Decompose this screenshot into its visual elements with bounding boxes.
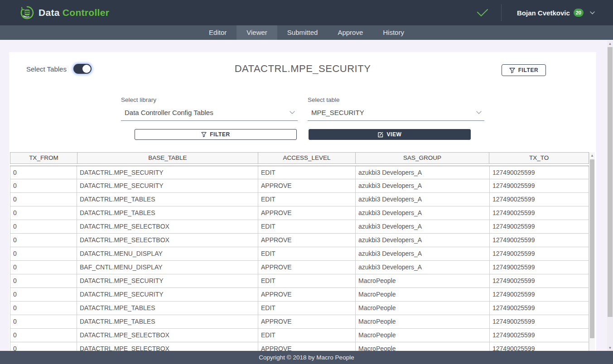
table-row[interactable]: 0DATACTRL.MPE_TABLESEDITMacroPeople12749… [10,302,589,315]
grid-cell[interactable]: azukbi3 Developers_A [356,220,490,233]
tab-submitted[interactable]: Submitted [277,25,328,40]
grid-cell[interactable]: APPROVE [258,315,356,328]
grid-cell[interactable]: MacroPeople [356,288,490,301]
grid-cell[interactable]: 0 [10,342,77,351]
grid-cell[interactable]: APPROVE [258,342,356,351]
grid-cell[interactable]: 0 [10,247,77,260]
chevron-down-icon[interactable] [590,11,595,14]
grid-cell[interactable]: 0 [10,315,77,328]
tab-editor[interactable]: Editor [199,25,237,40]
table-select[interactable]: MPE_SECURITY [308,107,484,121]
grid-cell[interactable]: 127490025599 [490,288,589,301]
grid-cell[interactable]: azukbi3 Developers_A [356,234,490,247]
table-row[interactable]: 0BAF_CNTL.MENU_DISPLAYAPPROVEazukbi3 Dev… [10,261,589,274]
grid-cell[interactable]: 127490025599 [490,206,589,220]
grid-cell[interactable]: BAF_CNTL.MENU_DISPLAY [77,261,258,274]
grid-cell[interactable]: azukbi3 Developers_A [356,206,490,220]
grid-cell[interactable]: 0 [10,206,77,220]
table-row[interactable]: 0DATACTRL.MPE_TABLESAPPROVEazukbi3 Devel… [10,206,589,220]
grid-cell[interactable]: 127490025599 [490,342,589,351]
grid-cell[interactable]: 127490025599 [490,261,589,274]
grid-cell[interactable]: DATACTRL.MPE_SELECTBOX [77,342,258,351]
grid-cell[interactable]: DATACTRL.MPE_TABLES [77,206,258,220]
grid-cell[interactable]: DATACTRL.MPE_TABLES [77,193,258,206]
table-row[interactable]: 0DATACTRL.MPE_SECURITYEDITMacroPeople127… [10,274,589,288]
grid-cell[interactable]: DATACTRL.MPE_SECURITY [77,179,258,192]
grid-cell[interactable]: 0 [10,234,77,247]
grid-cell[interactable]: EDIT [258,329,356,342]
grid-cell[interactable]: 0 [10,288,77,301]
grid-cell[interactable]: DATACTRL.MPE_TABLES [77,302,258,315]
user-menu[interactable]: Bojan Cvetkovic 20 [517,9,595,17]
grid-cell[interactable]: MacroPeople [356,302,490,315]
grid-cell[interactable]: 127490025599 [490,302,589,315]
grid-cell[interactable]: APPROVE [258,206,356,220]
table-row[interactable]: 0DATACTRL.MPE_TABLESAPPROVEMacroPeople12… [10,315,589,329]
scroll-up-icon[interactable]: ▲ [589,153,595,158]
grid-cell[interactable]: DATACTRL.MPE_TABLES [77,315,258,328]
grid-cell[interactable]: EDIT [258,220,356,233]
page-scrollbar-thumb[interactable] [608,47,613,317]
grid-column-header[interactable]: ACCESS_LEVEL [258,153,356,163]
table-scrollbar[interactable]: ▲ [589,152,595,351]
grid-cell[interactable]: azukbi3 Developers_A [356,247,490,260]
tab-approve[interactable]: Approve [328,25,373,40]
grid-cell[interactable]: EDIT [258,302,356,315]
grid-column-header[interactable]: BASE_TABLE [77,153,258,163]
grid-cell[interactable]: DATACTRL.MENU_DISPLAY [77,247,258,260]
grid-cell[interactable]: 127490025599 [490,179,589,192]
grid-cell[interactable]: azukbi3 Developers_A [356,193,490,206]
grid-cell[interactable]: 127490025599 [490,274,589,287]
grid-cell[interactable]: DATACTRL.MPE_SECURITY [77,288,258,301]
grid-cell[interactable]: MacroPeople [356,329,490,342]
grid-cell[interactable]: 0 [10,220,77,233]
table-row[interactable]: 0DATACTRL.MPE_SELECTBOXAPPROVEazukbi3 De… [10,234,589,247]
grid-cell[interactable]: 0 [10,193,77,206]
filter-action-button[interactable]: FILTER [135,129,297,140]
grid-cell[interactable]: 0 [10,302,77,315]
grid-cell[interactable]: EDIT [258,166,356,179]
grid-cell[interactable]: 0 [10,261,77,274]
tab-history[interactable]: History [373,25,414,40]
grid-cell[interactable]: EDIT [258,274,356,287]
grid-cell[interactable]: DATACTRL.MPE_SELECTBOX [77,329,258,342]
grid-column-header[interactable]: SAS_GROUP [356,153,490,163]
view-action-button[interactable]: VIEW [309,129,471,140]
table-row[interactable]: 0DATACTRL.MPE_SELECTBOXAPPROVEMacroPeopl… [10,342,589,351]
grid-cell[interactable]: 127490025599 [490,234,589,247]
grid-column-header[interactable]: TX_TO [489,153,589,163]
grid-cell[interactable]: 127490025599 [490,247,589,260]
grid-column-header[interactable]: TX_FROM [10,153,77,163]
table-row[interactable]: 0DATACTRL.MPE_SELECTBOXEDITazukbi3 Devel… [10,220,589,234]
grid-cell[interactable]: EDIT [258,193,356,206]
grid-cell[interactable]: APPROVE [258,288,356,301]
grid-cell[interactable]: 127490025599 [490,193,589,206]
grid-cell[interactable]: 127490025599 [490,220,589,233]
grid-cell[interactable]: 0 [10,166,77,179]
table-row[interactable]: 0DATACTRL.MPE_TABLESEDITazukbi3 Develope… [10,193,589,206]
grid-cell[interactable]: 0 [10,179,77,192]
grid-cell[interactable]: EDIT [258,247,356,260]
grid-cell[interactable]: azukbi3 Developers_A [356,179,490,192]
grid-cell[interactable]: APPROVE [258,261,356,274]
grid-cell[interactable]: APPROVE [258,179,356,192]
grid-cell[interactable]: 0 [10,329,77,342]
table-row[interactable]: 0DATACTRL.MPE_SECURITYEDITazukbi3 Develo… [10,166,589,179]
grid-cell[interactable]: 0 [10,274,77,287]
grid-cell[interactable]: APPROVE [258,234,356,247]
table-row[interactable]: 0DATACTRL.MENU_DISPLAYEDITazukbi3 Develo… [10,247,589,261]
table-scrollbar-thumb[interactable] [590,159,594,338]
grid-cell[interactable]: MacroPeople [356,342,490,351]
scroll-up-icon[interactable]: ▲ [607,42,613,46]
tab-viewer[interactable]: Viewer [237,25,277,40]
library-select[interactable]: Data Controller Config Tables [121,107,298,121]
grid-cell[interactable]: MacroPeople [356,274,490,287]
grid-cell[interactable]: 127490025599 [490,166,589,179]
page-scrollbar[interactable]: ▲ ▼ [607,41,613,351]
grid-cell[interactable]: MacroPeople [356,315,490,328]
grid-cell[interactable]: DATACTRL.MPE_SELECTBOX [77,220,258,233]
table-row[interactable]: 0DATACTRL.MPE_SELECTBOXEDITMacroPeople12… [10,329,589,342]
scroll-down-icon[interactable]: ▼ [607,346,613,350]
grid-cell[interactable]: 127490025599 [490,329,589,342]
grid-cell[interactable]: azukbi3 Developers_A [356,261,490,274]
